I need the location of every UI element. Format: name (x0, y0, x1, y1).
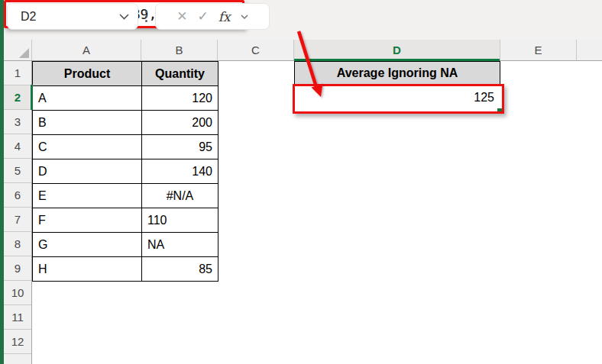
column-header-A[interactable]: A (32, 40, 141, 60)
column-header-E[interactable]: E (500, 40, 577, 60)
select-all-button[interactable] (4, 40, 32, 60)
cell-B6[interactable]: #N/A (142, 184, 218, 208)
table-row: E#N/A (33, 184, 218, 208)
row-header-1[interactable]: 1 (4, 61, 31, 85)
cell-B5[interactable]: 140 (142, 159, 218, 184)
cancel-icon[interactable]: ✕ (176, 10, 187, 23)
cell-B8[interactable]: NA (142, 233, 218, 257)
chevron-down-icon[interactable] (119, 14, 129, 20)
table-row: B200 (33, 111, 218, 135)
column-header-D[interactable]: D (294, 40, 500, 60)
cell-A6[interactable]: E (33, 184, 142, 208)
cell-B3[interactable]: 200 (142, 111, 218, 135)
cell-D2[interactable]: 125 (294, 85, 500, 110)
resize-dots-separator[interactable] (143, 8, 149, 24)
cell-D1[interactable]: Average Ignoring NA (294, 61, 500, 85)
table-row: H85 (33, 257, 218, 282)
formula-toolbar: D2 ✕ ✓ fx =AVERAGEIF(B1:B9, ">0") (4, 0, 602, 40)
cell-A4[interactable]: C (33, 135, 142, 159)
row-header-3[interactable]: 3 (4, 110, 31, 134)
cell-B1[interactable]: Quantity (142, 62, 218, 86)
selected-row-indicator (31, 85, 33, 110)
cell-A2[interactable]: A (33, 86, 142, 111)
cell-A3[interactable]: B (33, 111, 142, 135)
insert-function-icon[interactable]: fx (218, 9, 231, 24)
row-header-9[interactable]: 9 (4, 256, 31, 281)
excel-window: D2 ✕ ✓ fx =AVERAGEIF(B1:B9, ">0") A B C … (0, 0, 602, 364)
fill-handle[interactable] (497, 108, 503, 114)
row-header-5[interactable]: 5 (4, 159, 31, 183)
table-row: D140 (33, 159, 218, 184)
row-header-2[interactable]: 2 (4, 85, 31, 110)
cell-A5[interactable]: D (33, 159, 142, 184)
column-header-B[interactable]: B (141, 40, 218, 60)
name-box-value[interactable]: D2 (8, 10, 119, 24)
row-header-7[interactable]: 7 (4, 208, 31, 232)
cell-B4[interactable]: 95 (142, 135, 218, 159)
cell-B9[interactable]: 85 (142, 257, 218, 282)
row-header-10[interactable]: 10 (4, 281, 31, 305)
cell-B2[interactable]: 120 (142, 86, 218, 111)
product-table: Product Quantity A120B200C95D140E#N/AF11… (32, 61, 218, 282)
row-header-11[interactable]: 11 (4, 305, 31, 330)
product-table-body: A120B200C95D140E#N/AF110GNAH85 (33, 86, 218, 282)
table-row: F110 (33, 208, 218, 233)
row-header-12[interactable]: 12 (4, 330, 31, 354)
cell-A8[interactable]: G (33, 233, 142, 257)
column-header-C[interactable]: C (218, 40, 294, 60)
cell-A7[interactable]: F (33, 208, 142, 233)
select-all-triangle-icon (19, 48, 29, 58)
cell-A1[interactable]: Product (33, 62, 142, 86)
chevron-down-small-icon[interactable] (241, 14, 248, 19)
table-row: A120 (33, 86, 218, 111)
window-edge-strip (0, 0, 4, 364)
column-header-partial[interactable] (577, 40, 602, 60)
enter-icon[interactable]: ✓ (198, 10, 209, 23)
table-row: GNA (33, 233, 218, 257)
row-header-4[interactable]: 4 (4, 134, 31, 159)
cell-A9[interactable]: H (33, 257, 142, 282)
cell-B7[interactable]: 110 (142, 208, 218, 233)
name-box[interactable]: D2 (7, 3, 138, 30)
column-header-strip: A B C D E (4, 40, 602, 61)
selected-column-indicator (294, 59, 500, 61)
row-header-8[interactable]: 8 (4, 232, 31, 256)
row-header-6[interactable]: 6 (4, 183, 31, 208)
row-headers: 123456789101112 (4, 61, 32, 364)
table-header-row: Product Quantity (33, 62, 218, 86)
formula-buttons: ✕ ✓ fx (155, 3, 270, 30)
table-row: C95 (33, 135, 218, 159)
